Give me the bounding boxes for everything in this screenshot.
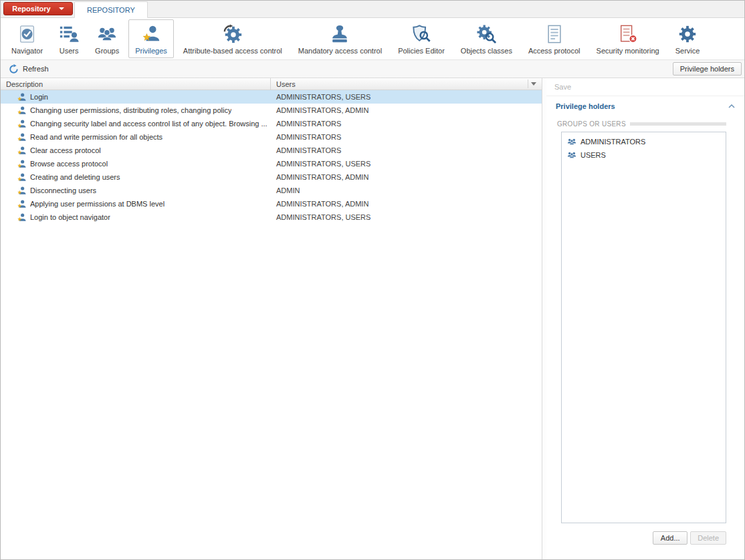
privilege-users-cell: ADMINISTRATORS [271,146,542,154]
tab-repository-label: REPOSITORY [87,6,135,14]
table-row[interactable]: Changing user permissions, distributing … [1,104,542,117]
attribute-access-icon [223,23,243,45]
grid-header: Description Users [1,78,542,90]
holder-name: ADMINISTRATORS [580,138,645,146]
privileges-grid: Description Users Login ADMINISTRATORS, … [1,78,542,559]
group-icon [567,150,576,160]
privilege-icon [17,106,27,116]
privilege-description: Login to object navigator [30,213,110,221]
table-row[interactable]: Clear access protocol ADMINISTRATORS [1,144,542,157]
privilege-description: Read and write permission for all object… [30,133,163,141]
privilege-description-cell: Creating and deleting users [1,172,271,182]
chevron-down-icon [531,82,536,86]
ribbon-item-label: Groups [95,47,119,55]
repository-menu-button[interactable]: Repository [3,2,73,15]
privilege-users-cell: ADMINISTRATORS, USERS [271,160,542,168]
privilege-holders-section-header[interactable]: Privilege holders [546,96,744,116]
table-row[interactable]: Changing security label and access contr… [1,117,542,130]
ribbon-item-navigator[interactable]: Navigator [5,19,49,58]
refresh-icon [9,64,19,74]
privilege-icon [17,213,27,223]
privilege-description: Login [30,93,48,101]
column-header-users-label: Users [276,80,296,88]
ribbon-item-policies-editor[interactable]: Policies Editor [391,19,451,58]
grid-body: Login ADMINISTRATORS, USERS Changing use… [1,90,542,559]
save-button[interactable]: Save [546,78,744,96]
list-item[interactable]: ADMINISTRATORS [564,135,724,148]
privilege-description-cell: Browse access protocol [1,159,271,169]
repository-menu-label: Repository [12,5,50,13]
ribbon-item-label: Access protocol [528,47,580,55]
table-row[interactable]: Browse access protocol ADMINISTRATORS, U… [1,157,542,170]
ribbon-item-service[interactable]: Service [669,19,707,58]
privileges-icon [141,23,161,45]
users-icon [59,23,79,45]
privilege-description-cell: Login [1,92,271,102]
privilege-users-cell: ADMIN [271,186,542,194]
holder-name: USERS [580,151,606,159]
refresh-button[interactable]: Refresh [3,62,54,76]
shield-search-icon [411,23,431,45]
ribbon-item-security-monitoring[interactable]: Security monitoring [590,19,666,58]
table-row[interactable]: Login to object navigator ADMINISTRATORS… [1,211,542,224]
privilege-description-cell: Changing security label and access contr… [1,119,271,129]
privilege-description: Clear access protocol [30,146,101,154]
privilege-description-cell: Disconnecting users [1,186,271,196]
groups-or-users-label: GROUPS OR USERS [557,120,626,128]
ribbon-item-label: Objects classes [461,47,512,55]
privilege-description: Browse access protocol [30,160,108,168]
privilege-icon [17,199,27,209]
fieldset-divider [630,122,726,126]
delete-button[interactable]: Delete [690,531,726,545]
table-row[interactable]: Creating and deleting users ADMINISTRATO… [1,170,542,184]
privilege-description-cell: Clear access protocol [1,146,271,156]
ribbon-item-label: Mandatory access control [298,47,382,55]
chevron-up-icon [728,104,735,108]
privilege-description: Applying user permissions at DBMS level [30,200,165,208]
ribbon-item-label: Attribute-based access control [183,47,282,55]
privilege-holders-section-title: Privilege holders [556,102,615,110]
holders-listbox: ADMINISTRATORS USERS [561,132,726,523]
tab-repository[interactable]: REPOSITORY [74,1,148,18]
ribbon-item-label: Privileges [135,47,167,55]
privilege-users-cell: ADMINISTRATORS, ADMIN [271,200,542,208]
ribbon-item-privileges[interactable]: Privileges [128,19,174,58]
privilege-holders-toggle-button[interactable]: Privilege holders [673,62,742,76]
table-row[interactable]: Login ADMINISTRATORS, USERS [1,90,542,104]
ribbon-item-groups[interactable]: Groups [88,19,126,58]
column-header-users[interactable]: Users [271,78,542,90]
stamp-icon [330,23,350,45]
privilege-icon [17,146,27,156]
dropdown-caret-icon [59,7,64,10]
ribbon-item-label: Security monitoring [597,47,659,55]
ribbon-item-mandatory-access-control[interactable]: Mandatory access control [292,19,389,58]
privilege-users-cell: ADMINISTRATORS [271,120,542,128]
table-row[interactable]: Disconnecting users ADMIN [1,184,542,197]
list-item[interactable]: USERS [564,148,724,162]
ribbon-item-users[interactable]: Users [52,19,86,58]
privilege-description-cell: Applying user permissions at DBMS level [1,199,271,209]
privilege-icon [17,132,27,142]
ribbon-item-access-protocol[interactable]: Access protocol [522,19,587,58]
privilege-users-cell: ADMINISTRATORS, USERS [271,93,542,101]
navigator-icon [17,23,37,45]
column-header-description[interactable]: Description [1,78,271,90]
ribbon-item-label: Users [60,47,79,55]
table-row[interactable]: Applying user permissions at DBMS level … [1,197,542,211]
gear-search-icon [476,23,496,45]
ribbon-item-attribute-based-access-control[interactable]: Attribute-based access control [177,19,289,58]
privilege-users-cell: ADMINISTRATORS, ADMIN [271,173,542,181]
ribbon-item-objects-classes[interactable]: Objects classes [454,19,519,58]
groups-or-users-fieldset: GROUPS OR USERS [557,120,726,128]
add-button[interactable]: Add... [653,531,687,545]
privilege-description-cell: Changing user permissions, distributing … [1,106,271,116]
main-area: Description Users Login ADMINISTRATORS, … [1,78,744,559]
table-row[interactable]: Read and write permission for all object… [1,130,542,144]
app-window: Repository REPOSITORY Navigator [0,0,745,560]
privilege-icon [17,159,27,169]
panel-buttons: Add... Delete [546,529,744,559]
column-menu-trigger[interactable] [528,80,539,88]
tab-strip: Repository REPOSITORY [1,1,744,18]
ribbon-item-label: Navigator [11,47,43,55]
privilege-description: Changing security label and access contr… [30,120,268,128]
